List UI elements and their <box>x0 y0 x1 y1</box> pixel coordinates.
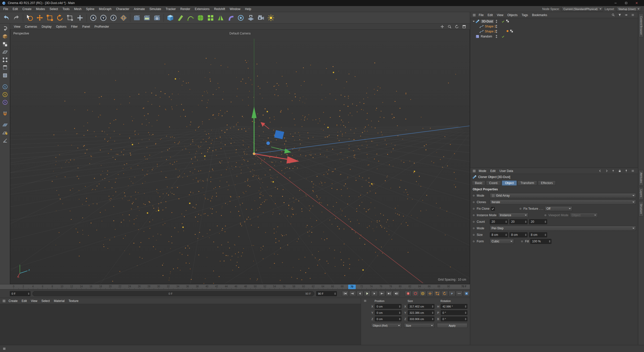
x-axis-lock-icon[interactable]: X <box>89 13 98 23</box>
solo-animation-icon[interactable] <box>463 291 470 296</box>
spinner-up-icon[interactable] <box>432 311 433 313</box>
animation-dot-icon[interactable] <box>472 214 475 217</box>
spinner-down-icon[interactable] <box>545 235 546 237</box>
om-menu-bookmarks[interactable]: Bookmarks <box>530 12 549 18</box>
light-icon[interactable] <box>266 13 276 23</box>
z-axis-lock-icon[interactable]: Z <box>109 13 118 23</box>
texture-mode-icon[interactable] <box>1 41 9 48</box>
last-tool-icon[interactable] <box>65 13 75 23</box>
mode-dropdown[interactable]: Grid Array <box>490 193 636 198</box>
size-z-field[interactable]: 333.906 cm <box>408 317 434 321</box>
workplane-mode-icon[interactable] <box>1 49 9 56</box>
fill-field[interactable]: 100 % <box>530 239 551 244</box>
spinner-down-icon[interactable] <box>545 222 546 224</box>
animation-dot-icon[interactable] <box>472 240 475 243</box>
timeline-ruler[interactable]: 0246810121416182022242628303234363840424… <box>0 284 470 289</box>
material-menu-texture[interactable]: Texture <box>67 298 80 304</box>
object-row-shape-2[interactable]: Shape 2 <box>470 29 638 34</box>
rotate-view-icon[interactable] <box>454 24 460 29</box>
am-menu-mode[interactable]: Mode <box>477 168 488 174</box>
next-key-button[interactable] <box>378 291 385 296</box>
tag-checker-icon[interactable] <box>510 29 513 33</box>
panel-menu-icon[interactable] <box>2 299 6 303</box>
panel-menu-icon[interactable] <box>630 169 635 173</box>
spinner-arrows[interactable] <box>465 305 466 308</box>
spinner-down-icon[interactable] <box>432 319 433 321</box>
rotation-p-field[interactable]: 0 ° <box>441 310 467 315</box>
record-pla-toggle-icon[interactable] <box>456 291 463 296</box>
z-plane-handle[interactable] <box>274 130 284 139</box>
object-row-random[interactable]: Random <box>470 34 638 39</box>
points-mode-icon[interactable] <box>1 56 9 63</box>
node-space-dropdown[interactable]: Current (Standard/Physical) <box>561 7 603 11</box>
apply-button[interactable]: Apply <box>437 323 467 328</box>
menu-redshift[interactable]: Redshift <box>212 6 227 12</box>
model-mode-icon[interactable] <box>1 33 9 40</box>
play-button[interactable] <box>364 291 371 296</box>
tab-object[interactable]: Object <box>502 181 517 186</box>
range-start-field[interactable]: 0 F <box>10 291 30 296</box>
spinner-arrows[interactable] <box>28 292 29 295</box>
tweak-tool-icon[interactable] <box>75 13 85 23</box>
keyframe-selection-icon[interactable] <box>419 291 426 296</box>
om-menu-objects[interactable]: Objects <box>505 12 520 18</box>
zoom-view-icon[interactable] <box>446 24 453 29</box>
spinner-up-icon[interactable] <box>465 305 466 306</box>
viewport-solo-single-icon[interactable]: S <box>1 91 9 98</box>
coordinate-system-icon[interactable] <box>119 13 128 23</box>
spinner-arrows[interactable] <box>399 312 400 314</box>
expander-icon[interactable] <box>472 20 475 23</box>
spinner-down-icon[interactable] <box>432 307 433 308</box>
om-menu-file[interactable]: File <box>477 12 486 18</box>
pen-tool-icon[interactable] <box>176 13 185 23</box>
prev-key-button[interactable] <box>349 291 356 296</box>
menu-tracker[interactable]: Tracker <box>164 6 178 12</box>
count-z-field[interactable]: 20 <box>529 219 547 224</box>
mograph-cloner-icon[interactable] <box>206 13 215 23</box>
goto-start-button[interactable] <box>342 291 349 296</box>
add-cube-icon[interactable] <box>166 13 175 23</box>
redo-icon[interactable] <box>12 13 21 23</box>
spinner-arrows[interactable] <box>545 234 546 236</box>
parent-object-icon[interactable] <box>610 169 616 173</box>
spinner-arrows[interactable] <box>525 234 527 236</box>
next-frame-button[interactable] <box>371 291 378 296</box>
spinner-down-icon[interactable] <box>28 294 29 295</box>
size-y-field[interactable]: 322.386 cm <box>408 310 434 315</box>
prev-frame-button[interactable] <box>356 291 363 296</box>
step-mode-dropdown[interactable]: Per-Step <box>490 226 636 231</box>
side-tab-content-browser[interactable]: Content Browser <box>639 14 643 37</box>
material-menu-material[interactable]: Material <box>52 298 67 304</box>
size-z-field[interactable]: 8 cm <box>529 232 547 237</box>
spinner-up-icon[interactable] <box>334 292 336 293</box>
spinner-arrows[interactable] <box>505 234 507 236</box>
animation-dot-icon[interactable] <box>472 207 475 210</box>
preview-range-slider[interactable]: 0 F 90 F <box>32 291 314 296</box>
panel-menu-icon[interactable] <box>364 299 367 302</box>
rotation-b-field[interactable]: 0 ° <box>441 317 467 321</box>
om-menu-edit[interactable]: Edit <box>486 12 495 18</box>
menu-tools[interactable]: Tools <box>60 6 72 12</box>
scale-tool-icon[interactable] <box>45 13 55 23</box>
spinner-up-icon[interactable] <box>545 220 546 222</box>
spinner-down-icon[interactable] <box>465 313 466 315</box>
visibility-dots[interactable] <box>496 25 497 28</box>
side-tab-layers[interactable]: Layers <box>639 187 643 200</box>
autokeying-icon[interactable] <box>412 291 419 296</box>
viewport-menu-display[interactable]: Display <box>39 24 54 30</box>
position-x-field[interactable]: 0 cm <box>375 304 401 309</box>
editor-visibility-dot[interactable] <box>496 20 497 21</box>
status-menu-icon[interactable] <box>3 347 6 350</box>
menu-file[interactable]: File <box>1 6 10 12</box>
animation-dot-icon[interactable] <box>544 214 547 217</box>
viewport-menu-cameras[interactable]: Cameras <box>23 24 39 30</box>
subdivision-surface-icon[interactable] <box>196 13 205 23</box>
viewport[interactable]: Perspective Default Camera Grid Spacing … <box>10 30 470 284</box>
menu-edit[interactable]: Edit <box>10 6 20 12</box>
spinner-up-icon[interactable] <box>525 220 527 222</box>
spinner-arrows[interactable] <box>525 221 527 223</box>
spinner-down-icon[interactable] <box>465 319 466 321</box>
viewport-menu-view[interactable]: View <box>12 24 23 30</box>
menu-character[interactable]: Character <box>114 6 132 12</box>
menu-render[interactable]: Render <box>178 6 192 12</box>
